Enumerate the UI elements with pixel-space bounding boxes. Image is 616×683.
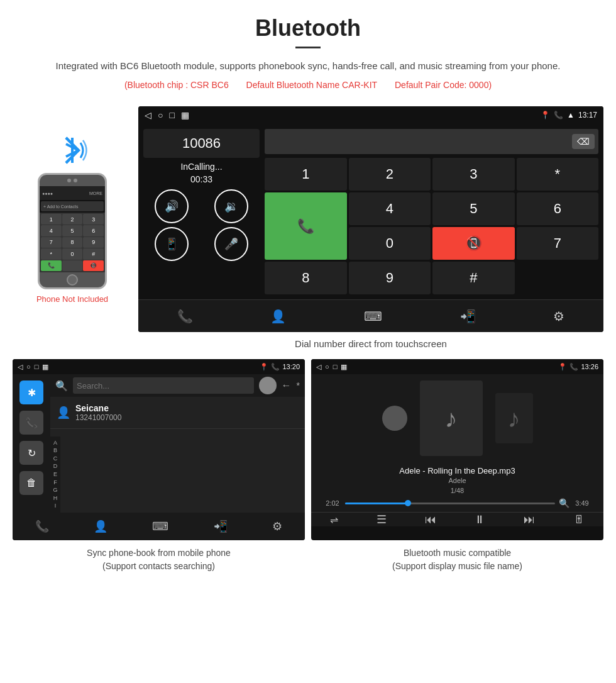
phonebook-nav-bar: 📞 👤 ⌨ 📲 ⚙ <box>13 513 305 540</box>
phone-keypad: 1 2 3 4 5 6 7 8 9 * 0 # 📞 📵 <box>40 213 105 272</box>
backspace-button[interactable]: ⌫ <box>572 134 595 149</box>
phone-key-9: 9 <box>83 237 104 248</box>
nav-call-icon[interactable]: 📞 <box>167 304 203 329</box>
phone-screen: ●●●● MORE + Add to Contacts 1 2 3 4 5 6 … <box>40 186 105 272</box>
pb-nav-keypad[interactable]: ⌨ <box>152 519 168 533</box>
transfer-button[interactable]: 📱 <box>155 227 189 261</box>
volume-down-button[interactable]: 🔉 <box>214 189 248 223</box>
key-9[interactable]: 9 <box>349 262 431 294</box>
phonebook-contact-list: 👤 Seicane 13241007000 <box>50 397 305 436</box>
key-star[interactable]: * <box>517 158 599 191</box>
phonebook-search-input[interactable] <box>73 377 254 394</box>
back-icon: ◁ <box>145 110 151 120</box>
key-5[interactable]: 5 <box>432 192 515 225</box>
phonebook-sidebar: ✱ 📞 ↻ 🗑 <box>13 374 50 513</box>
music-progress-bar[interactable] <box>345 503 555 504</box>
end-call-button[interactable]: 📵 <box>432 227 515 260</box>
phonebook-main: 🔍 ← * 👤 Seicane 13241007000 <box>50 374 305 513</box>
music-search-icon[interactable]: 🔍 <box>559 498 569 508</box>
music-signal: 📞 <box>569 363 578 371</box>
phone-key-0: 0 <box>62 248 83 259</box>
volume-up-button[interactable]: 🔊 <box>155 189 189 223</box>
dialer-controls: 🔊 🔉 📱 🎤 <box>143 189 260 261</box>
key-6[interactable]: 6 <box>517 192 599 225</box>
next-track-button[interactable]: ⏭ <box>524 513 535 526</box>
key-7[interactable]: 7 <box>517 227 599 260</box>
nav-transfer-icon[interactable]: 📲 <box>450 304 486 329</box>
phonebook-avatar-circle <box>259 377 277 394</box>
bt-name: Default Bluetooth Name CAR-KIT <box>246 80 378 90</box>
pb-nav-transfer[interactable]: 📲 <box>214 519 228 533</box>
pb-recent-nav: □ <box>35 363 39 371</box>
pb-nav-person[interactable]: 👤 <box>94 519 107 533</box>
alpha-a: A <box>53 439 57 447</box>
call-timer: 00:33 <box>143 174 260 184</box>
bluetooth-icon <box>57 131 88 169</box>
page-title: Bluetooth <box>25 15 591 42</box>
music-progress-dot <box>405 500 411 506</box>
main-section: ●●●● MORE + Add to Contacts 1 2 3 4 5 6 … <box>0 100 616 359</box>
status-left-icons: ◁ ○ □ ▦ <box>145 110 189 120</box>
pb-sync-btn[interactable]: ↻ <box>19 441 43 465</box>
status-right-icons: 📍 📞 ▲ 13:17 <box>541 111 597 119</box>
pb-nav-settings[interactable]: ⚙ <box>272 519 282 533</box>
music-album-art: ♪ <box>420 380 483 456</box>
music-eq-icon[interactable]: 🎚 <box>573 513 585 526</box>
phonebook-back-arrow[interactable]: ← <box>282 380 292 391</box>
pb-contact-item[interactable]: 👤 Seicane 13241007000 <box>50 397 305 429</box>
mute-button[interactable]: 🎤 <box>214 227 248 261</box>
music-status-bar: ◁ ○ □ ▦ 📍 📞 13:26 <box>311 359 603 374</box>
key-hash[interactable]: # <box>432 262 515 294</box>
music-back-nav: ◁ <box>316 363 321 371</box>
music-track-count: 1/48 <box>319 487 596 494</box>
prev-track-button[interactable]: ⏮ <box>425 513 436 526</box>
contact-info: Seicane 13241007000 <box>75 403 121 422</box>
key-4[interactable]: 4 <box>349 192 431 225</box>
music-time: 13:26 <box>581 363 598 370</box>
alpha-i: I <box>55 502 57 510</box>
call-button[interactable]: 📞 <box>265 192 347 260</box>
phone-home-button[interactable] <box>67 274 78 286</box>
pb-delete-btn[interactable]: 🗑 <box>19 471 43 495</box>
nav-dialpad-icon[interactable]: ⌨ <box>354 304 392 329</box>
music-nav-bar: ⇌ ☰ ⏮ ⏸ ⏭ 🎚 <box>311 512 603 526</box>
key-1[interactable]: 1 <box>265 158 347 191</box>
pb-bluetooth-btn[interactable]: ✱ <box>19 380 43 404</box>
music-home-nav: ○ <box>325 363 329 371</box>
phone-key-empty <box>62 260 83 271</box>
bt-code: Default Pair Code: 0000) <box>395 80 492 90</box>
pb-call-btn[interactable]: 📞 <box>19 411 43 435</box>
keypad-grid: 1 2 3 * 📞 4 5 6 0 📵 7 8 9 <box>265 158 598 294</box>
phone-address-bar: + Add to Contacts <box>41 201 104 211</box>
alpha-index: A B C D E F G H I <box>50 436 60 513</box>
nav-settings-icon[interactable]: ⚙ <box>543 304 575 329</box>
phonebook-asterisk: * <box>297 380 300 391</box>
alpha-c: C <box>53 455 58 463</box>
phonebook-caption: Sync phone-book from mobile phone(Suppor… <box>13 547 305 573</box>
music-list-icon[interactable]: ☰ <box>377 513 387 526</box>
phone-key-4: 4 <box>41 225 62 236</box>
key-0[interactable]: 0 <box>349 227 431 260</box>
pb-app-nav: ▦ <box>42 363 48 371</box>
nav-contacts-icon[interactable]: 👤 <box>260 304 296 329</box>
shuffle-icon[interactable]: ⇌ <box>330 514 338 526</box>
key-3[interactable]: 3 <box>432 158 515 191</box>
phonebook-screen: ◁ ○ □ ▦ 📍 📞 13:20 ✱ 📞 ↻ 🗑 🔍 <box>13 359 305 540</box>
music-screen: ◁ ○ □ ▦ 📍 📞 13:26 ♪ ♪ Ade <box>311 359 603 540</box>
pb-time: 13:20 <box>282 363 300 370</box>
phone-status-bar: ●●●● MORE <box>40 186 105 200</box>
header-description: Integrated with BC6 Bluetooth module, su… <box>25 58 591 74</box>
key-2[interactable]: 2 <box>349 158 431 191</box>
phone-carrier: ●●●● <box>42 191 53 196</box>
home-icon: ○ <box>158 110 163 120</box>
alpha-g: G <box>53 486 57 494</box>
phone-key-2: 2 <box>62 214 83 225</box>
bluetooth-icon-wrap <box>57 131 88 169</box>
play-pause-button[interactable]: ⏸ <box>474 513 485 526</box>
key-8[interactable]: 8 <box>265 262 347 294</box>
music-art-area: ♪ ♪ <box>311 374 603 462</box>
phonebook-search-row: 🔍 ← * <box>50 374 305 397</box>
pb-home-nav: ○ <box>26 363 31 371</box>
music-status-left: ◁ ○ □ ▦ <box>316 363 347 371</box>
pb-nav-call[interactable]: 📞 <box>35 519 49 533</box>
